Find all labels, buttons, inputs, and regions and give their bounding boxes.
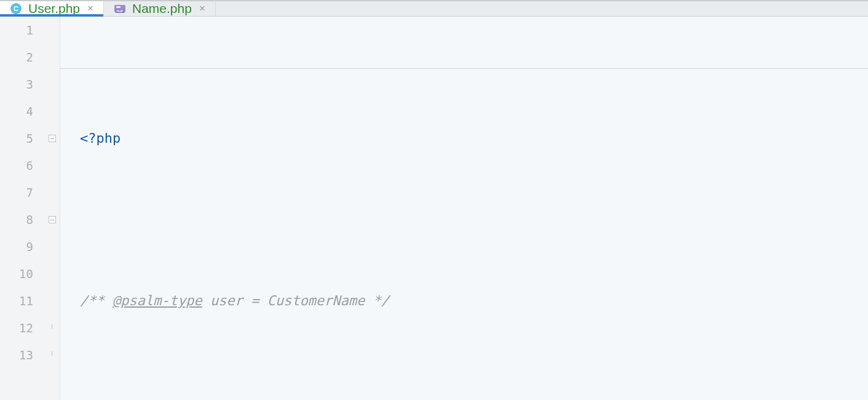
line-number: 2 bbox=[0, 44, 33, 71]
tab-user-php[interactable]: C User.php × bbox=[0, 1, 104, 16]
line-number: 3 bbox=[0, 71, 33, 98]
svg-text:C: C bbox=[14, 5, 18, 12]
php-icon: PHP bbox=[114, 2, 126, 15]
close-icon[interactable]: × bbox=[198, 2, 207, 15]
fold-toggle-icon[interactable] bbox=[49, 135, 56, 142]
line-number: 1 bbox=[0, 17, 33, 44]
line-number: 9 bbox=[0, 233, 33, 260]
code-line: /** @psalm-type user = CustomerName */ bbox=[80, 287, 868, 314]
code-area[interactable]: <?php /** @psalm-type user = CustomerNam… bbox=[60, 17, 868, 400]
code-line bbox=[80, 369, 868, 396]
doc-comment: /** bbox=[80, 293, 112, 308]
line-number: 8 bbox=[0, 206, 33, 233]
php-open-tag: <?php bbox=[80, 130, 120, 146]
line-number: 7 bbox=[0, 179, 33, 206]
tab-label: User.php bbox=[28, 1, 80, 16]
doc-comment: user = CustomerName */ bbox=[202, 293, 390, 308]
ide-window: C User.php × PHP Name.php × 1 2 3 4 5 6 … bbox=[0, 0, 868, 400]
line-number: 4 bbox=[0, 98, 33, 125]
fold-end-icon bbox=[49, 351, 56, 359]
editor: 1 2 3 4 5 6 7 8 9 10 11 12 13 <?php /** bbox=[0, 17, 868, 400]
close-icon[interactable]: × bbox=[86, 2, 95, 15]
code-line bbox=[80, 206, 868, 233]
gutter: 1 2 3 4 5 6 7 8 9 10 11 12 13 bbox=[0, 17, 60, 400]
line-number: 10 bbox=[0, 260, 33, 287]
tab-name-php[interactable]: PHP Name.php × bbox=[104, 1, 216, 16]
tab-label: Name.php bbox=[132, 1, 192, 16]
line-number: 11 bbox=[0, 287, 33, 314]
code-line: <?php bbox=[80, 125, 868, 152]
editor-tab-bar: C User.php × PHP Name.php × bbox=[0, 1, 868, 17]
fold-toggle-icon[interactable] bbox=[49, 216, 56, 223]
code-separator bbox=[60, 68, 868, 69]
line-number: 6 bbox=[0, 152, 33, 179]
fold-end-icon bbox=[49, 324, 56, 332]
line-number: 12 bbox=[0, 314, 33, 342]
class-icon: C bbox=[10, 2, 22, 15]
line-number: 5 bbox=[0, 125, 33, 152]
svg-rect-5 bbox=[116, 6, 120, 8]
psalm-annotation: @psalm-type bbox=[112, 293, 202, 308]
svg-text:PHP: PHP bbox=[116, 9, 124, 13]
line-number: 13 bbox=[0, 342, 33, 369]
